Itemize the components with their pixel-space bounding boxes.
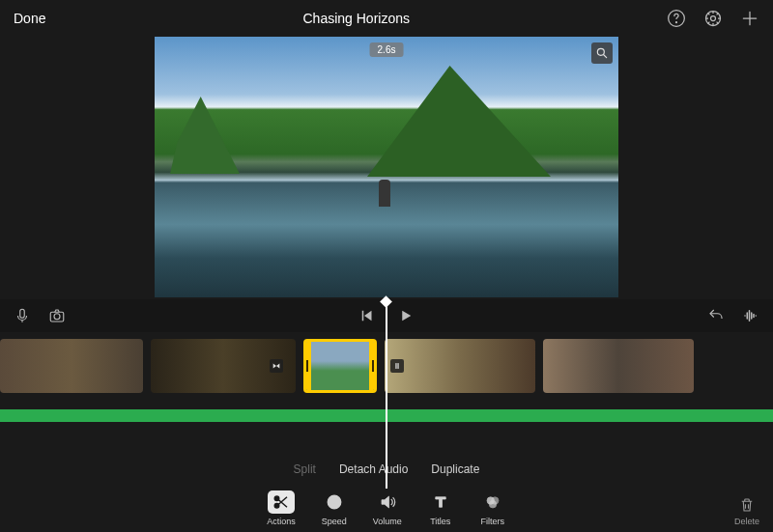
skip-back-icon[interactable] bbox=[358, 307, 376, 324]
trim-handle-right[interactable] bbox=[369, 342, 377, 390]
clip-duration-badge: 2.6s bbox=[370, 42, 404, 57]
svg-point-17 bbox=[489, 501, 497, 509]
svg-point-14 bbox=[333, 501, 335, 503]
scissors-icon bbox=[268, 490, 295, 514]
tool-label: Volume bbox=[373, 517, 402, 526]
speaker-icon bbox=[374, 490, 401, 514]
actions-tool[interactable]: Actions bbox=[267, 490, 296, 526]
svg-point-12 bbox=[274, 504, 279, 509]
svg-point-1 bbox=[676, 22, 677, 23]
tool-label: Actions bbox=[267, 517, 296, 526]
preview-scenery bbox=[367, 66, 551, 177]
timeline-clip[interactable] bbox=[543, 339, 694, 393]
preview-scenery bbox=[379, 180, 390, 207]
preview-scenery bbox=[170, 97, 240, 174]
camera-icon[interactable] bbox=[48, 307, 66, 324]
microphone-icon[interactable] bbox=[14, 307, 31, 324]
svg-rect-8 bbox=[362, 311, 364, 322]
timeline-clip[interactable] bbox=[385, 339, 535, 393]
done-button[interactable]: Done bbox=[14, 11, 45, 26]
playhead[interactable] bbox=[386, 297, 387, 489]
help-icon[interactable] bbox=[667, 9, 686, 28]
delete-label: Delete bbox=[734, 517, 759, 526]
svg-rect-9 bbox=[395, 363, 396, 369]
svg-rect-5 bbox=[20, 309, 25, 318]
svg-point-4 bbox=[597, 48, 604, 55]
timeline[interactable] bbox=[0, 332, 773, 400]
titles-tool[interactable]: Titles bbox=[427, 490, 454, 526]
detach-audio-action[interactable]: Detach Audio bbox=[339, 462, 408, 476]
preview-viewport[interactable]: 2.6s bbox=[155, 37, 618, 297]
filters-icon bbox=[479, 490, 506, 514]
play-icon[interactable] bbox=[397, 307, 415, 324]
timeline-clip[interactable] bbox=[151, 339, 296, 393]
gauge-icon bbox=[321, 490, 348, 514]
transition-icon[interactable] bbox=[390, 359, 404, 373]
trash-icon bbox=[738, 496, 756, 514]
transition-icon[interactable] bbox=[270, 359, 283, 373]
timeline-clip-selected[interactable] bbox=[303, 339, 377, 393]
waveform-icon[interactable] bbox=[742, 307, 759, 324]
volume-tool[interactable]: Volume bbox=[373, 490, 402, 526]
tool-label: Titles bbox=[430, 517, 450, 526]
svg-rect-10 bbox=[397, 363, 398, 369]
svg-point-3 bbox=[711, 16, 716, 21]
settings-icon[interactable] bbox=[703, 9, 723, 28]
duplicate-action[interactable]: Duplicate bbox=[431, 462, 479, 476]
add-icon[interactable] bbox=[740, 9, 759, 28]
text-icon bbox=[427, 490, 454, 514]
speed-tool[interactable]: Speed bbox=[321, 490, 348, 526]
trim-handle-left[interactable] bbox=[303, 342, 311, 390]
timeline-clip[interactable] bbox=[0, 339, 143, 393]
tool-label: Speed bbox=[322, 517, 347, 526]
zoom-icon[interactable] bbox=[591, 42, 613, 64]
project-title: Chasing Horizons bbox=[45, 11, 667, 26]
undo-icon[interactable] bbox=[707, 307, 725, 324]
split-action[interactable]: Split bbox=[294, 462, 316, 476]
bottom-toolbar: Actions Speed Volume Titles Filters bbox=[0, 490, 773, 526]
delete-button[interactable]: Delete bbox=[734, 496, 759, 526]
svg-point-11 bbox=[274, 496, 279, 501]
filters-tool[interactable]: Filters bbox=[479, 490, 506, 526]
svg-point-7 bbox=[54, 314, 60, 320]
tool-label: Filters bbox=[481, 517, 505, 526]
